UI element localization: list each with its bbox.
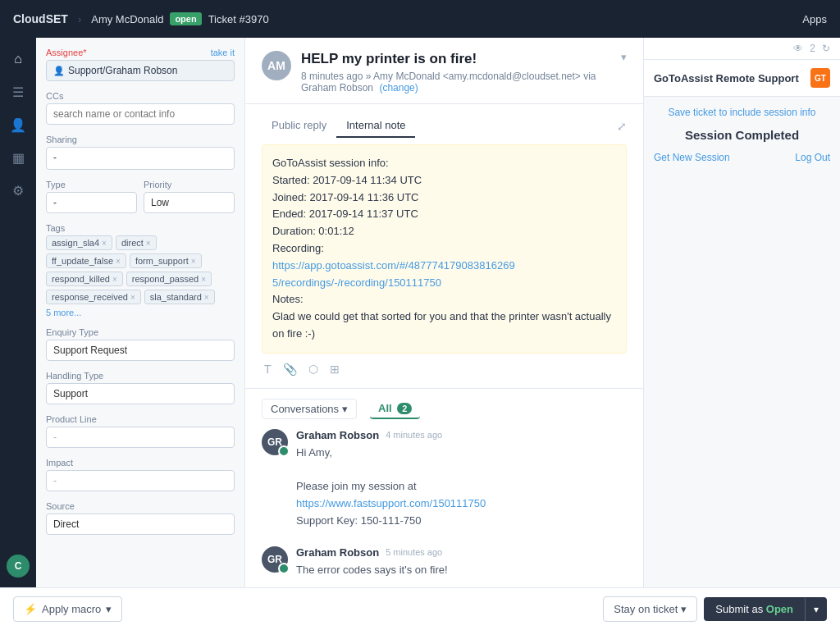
- submit-status: Open: [766, 603, 793, 615]
- sidebar-item-home[interactable]: ⌂: [3, 44, 33, 74]
- conversations-header: Conversations ▾ All 2: [262, 399, 627, 419]
- enquiry-type-label: Enquiry Type: [46, 327, 235, 337]
- sidebar-item-contacts[interactable]: 👤: [3, 110, 33, 139]
- lightning-icon: ⚡: [24, 603, 37, 615]
- tag-remove[interactable]: ×: [130, 293, 135, 302]
- sidebar-item-settings[interactable]: ⚙: [3, 176, 33, 205]
- required-marker: *: [83, 48, 86, 57]
- msg-text-2: The error codes says it's on fire!: [296, 562, 627, 579]
- type-label: Type: [46, 180, 137, 189]
- conversations-dropdown[interactable]: Conversations ▾: [262, 399, 357, 419]
- sidebar-item-tickets[interactable]: ☰: [3, 77, 33, 107]
- take-it-link[interactable]: take it: [211, 48, 235, 57]
- dropbox-icon[interactable]: ⬡: [306, 360, 321, 378]
- ticket-header: AM HELP my printer is on fire! 8 minutes…: [245, 38, 643, 104]
- msg-author-1: Graham Robson: [296, 429, 379, 441]
- get-new-session-button[interactable]: Get New Session: [654, 152, 730, 163]
- tag-remove[interactable]: ×: [112, 275, 117, 284]
- assignee-name: Support/Graham Robson: [68, 65, 177, 76]
- note-content[interactable]: GoToAssist session info: Started: 2017-0…: [262, 144, 627, 354]
- attachment-icon[interactable]: 📎: [281, 360, 299, 378]
- product-line-input[interactable]: [46, 427, 235, 448]
- conversations-chevron-icon: ▾: [342, 403, 348, 415]
- save-ticket-link[interactable]: Save ticket to include session info: [654, 107, 830, 118]
- reply-tabs: Public reply Internal note ⤢: [262, 114, 627, 138]
- logout-button[interactable]: Log Out: [795, 152, 830, 163]
- ticket-change-link[interactable]: (change): [379, 82, 418, 94]
- tab-all-label: All: [378, 402, 392, 414]
- msg-avatar-1: GR: [262, 429, 288, 455]
- tag-response-received: response_received ×: [46, 290, 141, 304]
- left-panel: Assignee* take it 👤 Support/Graham Robso…: [36, 38, 245, 587]
- tab-all[interactable]: All 2: [370, 399, 420, 419]
- apply-macro-button[interactable]: ⚡ Apply macro ▾: [13, 596, 122, 622]
- tag-remove[interactable]: ×: [116, 257, 121, 266]
- source-label: Source: [46, 501, 235, 511]
- sidebar-item-brand[interactable]: C: [7, 555, 30, 578]
- apply-macro-label: Apply macro: [42, 603, 101, 615]
- eye-count: 2: [810, 43, 815, 54]
- submit-button[interactable]: Submit as Open ▾: [704, 597, 827, 621]
- tag-remove[interactable]: ×: [102, 239, 107, 248]
- topbar-user: Amy McDonald: [91, 13, 163, 25]
- more-tags-link[interactable]: 5 more...: [46, 308, 81, 317]
- bottom-right: Stay on ticket ▾ Submit as Open ▾: [603, 596, 827, 622]
- tag-remove[interactable]: ×: [191, 257, 196, 266]
- ticket-info: HELP my printer is on fire! 8 minutes ag…: [301, 51, 611, 94]
- stay-on-ticket-button[interactable]: Stay on ticket ▾: [603, 596, 697, 622]
- reply-expand-icon[interactable]: ⤢: [617, 120, 627, 133]
- ticket-dropdown-icon[interactable]: ▾: [621, 51, 627, 63]
- ticket-title: HELP my printer is on fire!: [301, 51, 611, 67]
- tab-internal-note[interactable]: Internal note: [336, 114, 415, 138]
- submit-main-button[interactable]: Submit as Open: [704, 597, 805, 621]
- sharing-value[interactable]: -: [46, 147, 235, 170]
- reply-area: Public reply Internal note ⤢ GoToAssist …: [245, 104, 643, 389]
- tags-label: Tags: [46, 223, 235, 233]
- sidebar-item-reports[interactable]: ▦: [3, 143, 33, 172]
- impact-label: Impact: [46, 458, 235, 468]
- tag-remove[interactable]: ×: [204, 293, 209, 302]
- msg-avatar-2: GR: [262, 546, 288, 573]
- product-line-field: Product Line: [46, 414, 235, 448]
- priority-field: Priority Low: [144, 180, 235, 213]
- source-input[interactable]: [46, 514, 235, 535]
- stay-on-ticket-label: Stay on ticket: [614, 603, 678, 615]
- apps-button[interactable]: Apps: [802, 13, 827, 25]
- product-line-label: Product Line: [46, 414, 235, 424]
- tab-public-reply[interactable]: Public reply: [262, 114, 336, 138]
- ccs-search-input[interactable]: [46, 103, 235, 125]
- bold-icon[interactable]: T: [262, 360, 274, 378]
- msg-header-2: Graham Robson 5 minutes ago: [296, 546, 627, 559]
- type-priority-row: Type - Priority Low: [46, 180, 235, 223]
- submit-dropdown-button[interactable]: ▾: [805, 598, 827, 621]
- tag-remove[interactable]: ×: [201, 275, 206, 284]
- assignee-value[interactable]: 👤 Support/Graham Robson: [46, 60, 235, 81]
- sharing-label: Sharing: [46, 135, 235, 144]
- msg-time-1: 4 minutes ago: [386, 430, 442, 440]
- refresh-icon[interactable]: ↻: [822, 43, 830, 54]
- ticket-number: Ticket #3970: [208, 13, 269, 25]
- impact-input[interactable]: [46, 470, 235, 491]
- session-status: Session Completed: [654, 128, 830, 142]
- impact-field: Impact: [46, 458, 235, 491]
- apply-macro-chevron-icon: ▾: [106, 603, 112, 615]
- tag-remove[interactable]: ×: [146, 239, 151, 248]
- right-panel-actions: Get New Session Log Out: [654, 152, 830, 163]
- right-panel: 👁 2 ↻ GoToAssist Remote Support GT Save …: [643, 38, 840, 587]
- avatar-online-badge-2: [278, 563, 290, 574]
- ccs-field: CCs: [46, 91, 235, 125]
- type-select[interactable]: -: [46, 192, 137, 213]
- enquiry-type-field: Enquiry Type: [46, 327, 235, 361]
- table-icon[interactable]: ⊞: [327, 360, 342, 378]
- enquiry-type-input[interactable]: [46, 340, 235, 361]
- handling-type-field: Handling Type: [46, 371, 235, 404]
- source-field: Source: [46, 501, 235, 535]
- sharing-field: Sharing -: [46, 135, 235, 170]
- app-wrapper: CloudSET › Amy McDonald open Ticket #397…: [0, 0, 840, 630]
- handling-type-input[interactable]: [46, 383, 235, 404]
- priority-select[interactable]: Low: [144, 192, 235, 213]
- tag-sla-standard: sla_standard ×: [144, 290, 215, 304]
- tags-field: Tags assign_sla4 × direct × ff_update_fa…: [46, 223, 235, 317]
- topbar-separator: ›: [78, 13, 81, 25]
- eye-icon: 👁: [793, 43, 803, 54]
